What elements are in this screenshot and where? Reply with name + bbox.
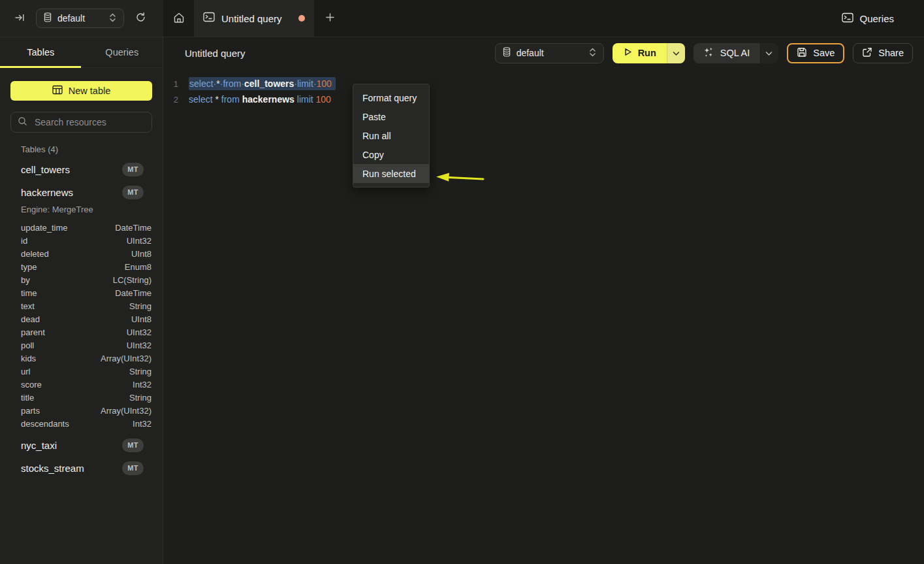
- sql-ai-button[interactable]: SQL AI: [693, 43, 759, 63]
- run-button-label: Run: [638, 48, 656, 58]
- sql-ai-label: SQL AI: [720, 48, 750, 58]
- table-row-cell-towers[interactable]: cell_towers MT: [0, 161, 163, 177]
- refresh-button[interactable]: [135, 12, 146, 25]
- column-type: String: [129, 367, 151, 376]
- tab-untitled-query[interactable]: Untitled query: [194, 0, 314, 37]
- column-name: time: [21, 288, 37, 298]
- column-name: title: [21, 393, 34, 403]
- column-row[interactable]: title String: [0, 391, 163, 404]
- code-line-1[interactable]: 1 select·*·from·cell_towers·limit·100: [163, 76, 924, 91]
- column-type: String: [129, 301, 151, 311]
- column-row[interactable]: poll UInt32: [0, 339, 163, 352]
- updown-chevron-icon: [109, 13, 116, 24]
- save-icon: [797, 47, 807, 59]
- column-row[interactable]: kids Array(UInt32): [0, 352, 163, 365]
- sidebar: Tables Queries New table Tables (4) cell…: [0, 37, 163, 564]
- code-line-2[interactable]: 2 select * from hackernews limit 100: [163, 91, 924, 107]
- search-input[interactable]: [33, 116, 145, 128]
- terminal-tab-icon: [203, 12, 215, 25]
- column-row[interactable]: update_time DateTime: [0, 221, 163, 234]
- sidebar-tabs: Tables Queries: [0, 37, 163, 68]
- column-name: dead: [21, 314, 40, 324]
- sql-ai-split-button: SQL AI: [693, 43, 778, 63]
- queries-button[interactable]: Queries: [838, 12, 898, 25]
- query-title: Untitled query: [185, 48, 246, 59]
- table-name: hackernews: [21, 187, 73, 198]
- column-type: Enum8: [125, 262, 151, 272]
- column-name: score: [21, 380, 42, 390]
- chevron-down-icon: [765, 48, 773, 58]
- new-table-button[interactable]: New table: [10, 81, 152, 101]
- database-selector-value: default: [57, 13, 103, 24]
- annotation-arrow: [430, 167, 490, 190]
- table-row-stocks-stream[interactable]: stocks_stream MT: [0, 460, 163, 476]
- run-split-button: Run: [613, 43, 685, 63]
- code-line-content: select·*·from·cell_towers·limit·100: [189, 77, 336, 90]
- column-name: deleted: [21, 249, 49, 259]
- context-menu-item[interactable]: Run selected: [353, 164, 429, 183]
- column-type: Array(UInt32): [101, 354, 151, 363]
- column-row[interactable]: by LC(String): [0, 273, 163, 286]
- unsaved-changes-dot: [298, 15, 305, 22]
- table-row-hackernews[interactable]: hackernews MT: [0, 184, 163, 200]
- column-name: update_time: [21, 223, 68, 233]
- column-row[interactable]: parts Array(UInt32): [0, 404, 163, 417]
- app-window: default Untitled query: [0, 0, 924, 564]
- collapse-sidebar-button[interactable]: [14, 12, 25, 25]
- collapse-sidebar-icon: [14, 12, 25, 25]
- context-menu-item[interactable]: Format query: [353, 88, 429, 107]
- sidebar-tab-tables[interactable]: Tables: [0, 37, 82, 67]
- column-row[interactable]: descendants Int32: [0, 417, 163, 430]
- column-row[interactable]: text String: [0, 299, 163, 312]
- column-type: String: [129, 393, 151, 403]
- plus-icon: [325, 12, 335, 24]
- sql-editor[interactable]: 1 select·*·from·cell_towers·limit·100 2 …: [163, 69, 924, 107]
- terminal-queries-icon: [842, 12, 853, 25]
- query-database-value: default: [517, 48, 583, 58]
- table-name: stocks_stream: [21, 463, 84, 474]
- code-token: from: [223, 78, 241, 89]
- new-tab-button[interactable]: [314, 0, 346, 37]
- column-row[interactable]: deleted UInt8: [0, 247, 163, 260]
- updown-chevron-icon: [589, 48, 596, 59]
- column-row[interactable]: id UInt32: [0, 234, 163, 247]
- column-type: Int32: [133, 380, 151, 390]
- column-row[interactable]: dead UInt8: [0, 312, 163, 325]
- column-name: type: [21, 262, 37, 272]
- run-options-button[interactable]: [667, 43, 685, 63]
- line-number: 2: [163, 95, 187, 105]
- database-icon: [503, 47, 511, 59]
- database-icon: [44, 12, 52, 24]
- context-menu-item[interactable]: Run all: [353, 126, 429, 145]
- search-box: [10, 112, 152, 133]
- run-button[interactable]: Run: [613, 43, 667, 63]
- column-name: parent: [21, 327, 45, 337]
- column-row[interactable]: type Enum8: [0, 260, 163, 273]
- home-icon: [173, 12, 185, 25]
- queries-button-label: Queries: [859, 13, 894, 24]
- save-button[interactable]: Save: [787, 43, 844, 63]
- context-menu-item[interactable]: Paste: [353, 107, 429, 126]
- context-menu-item[interactable]: Copy: [353, 145, 429, 164]
- query-database-selector[interactable]: default: [495, 43, 604, 63]
- table-grid-icon: [52, 85, 63, 97]
- editor-context-menu: Format query Paste Run all Copy Run sele…: [353, 84, 430, 188]
- home-button[interactable]: [163, 0, 194, 37]
- column-row[interactable]: url String: [0, 365, 163, 378]
- search-icon: [18, 116, 27, 129]
- column-row[interactable]: time DateTime: [0, 286, 163, 299]
- refresh-icon: [135, 12, 146, 25]
- share-button[interactable]: Share: [853, 43, 913, 63]
- code-line-content: select * from hackernews limit 100: [189, 94, 331, 105]
- database-selector[interactable]: default: [36, 8, 124, 28]
- column-row[interactable]: score Int32: [0, 378, 163, 391]
- sidebar-tab-queries[interactable]: Queries: [82, 37, 163, 67]
- code-token: limit: [297, 94, 313, 105]
- top-bar: default Untitled query: [0, 0, 924, 37]
- column-row[interactable]: parent UInt32: [0, 325, 163, 339]
- column-name: id: [21, 236, 27, 246]
- code-token: hackernews: [242, 94, 295, 105]
- sql-ai-options-button[interactable]: [759, 43, 778, 63]
- column-name: poll: [21, 340, 34, 350]
- table-row-nyc-taxi[interactable]: nyc_taxi MT: [0, 437, 163, 453]
